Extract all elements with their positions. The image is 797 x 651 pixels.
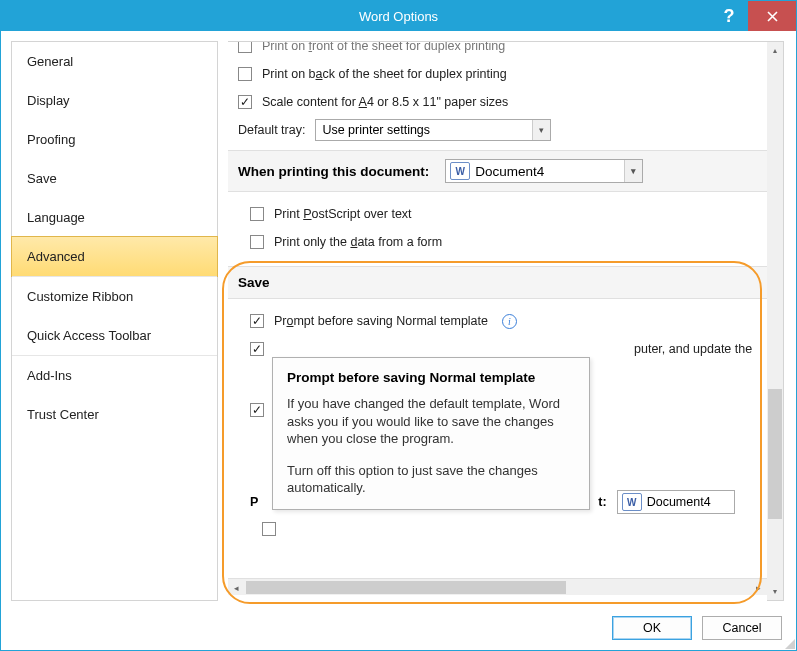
sidebar-item-trust-center[interactable]: Trust Center (12, 395, 217, 434)
default-tray-select[interactable]: Use printer settings ▾ (315, 119, 551, 141)
window-title: Word Options (1, 9, 796, 24)
section-when-printing: When printing this document: W Document4… (228, 150, 767, 192)
tooltip-title: Prompt before saving Normal template (287, 370, 575, 385)
sidebar-item-advanced[interactable]: Advanced (11, 236, 218, 277)
option-row-print-front: Print on front of the sheet for duplex p… (238, 41, 767, 60)
select-value: Document4 (647, 495, 711, 509)
chevron-down-icon: ▾ (532, 120, 550, 140)
checkbox[interactable] (250, 403, 264, 417)
chevron-down-icon: ▾ (624, 160, 642, 182)
button-label: OK (643, 621, 661, 635)
checkbox-print-front[interactable] (238, 41, 252, 53)
word-doc-icon: W (450, 162, 470, 180)
category-sidebar: General Display Proofing Save Language A… (11, 41, 218, 601)
sidebar-item-label: Quick Access Toolbar (27, 328, 151, 343)
option-row-postscript: Print PostScript over text (250, 200, 767, 228)
option-row-default-tray: Default tray: Use printer settings ▾ (238, 116, 767, 144)
help-button[interactable]: ? (710, 1, 748, 31)
scroll-down-button[interactable]: ▾ (767, 583, 783, 600)
scroll-right-button[interactable]: ▸ (750, 579, 767, 595)
checkbox-scale-content[interactable] (238, 95, 252, 109)
ok-button[interactable]: OK (612, 616, 692, 640)
option-label: Print on back of the sheet for duplex pr… (262, 67, 507, 81)
section-body: Print PostScript over text Print only th… (238, 196, 767, 260)
sidebar-item-language[interactable]: Language (12, 198, 217, 237)
word-doc-icon: W (622, 493, 642, 511)
sidebar-item-quick-access-toolbar[interactable]: Quick Access Toolbar (12, 316, 217, 355)
option-label: Print on front of the sheet for duplex p… (262, 41, 505, 53)
sidebar-item-add-ins[interactable]: Add-Ins (12, 356, 217, 395)
sidebar-item-label: Save (27, 171, 57, 186)
word-options-window: Word Options ? General Display Proofing … (0, 0, 797, 651)
close-button[interactable] (748, 1, 796, 31)
checkbox-data-only[interactable] (250, 235, 264, 249)
sidebar-item-customize-ribbon[interactable]: Customize Ribbon (12, 277, 217, 316)
checkbox-prompt-normal[interactable] (250, 314, 264, 328)
sidebar-item-label: Language (27, 210, 85, 225)
titlebar: Word Options ? (1, 1, 796, 31)
select-value: Document4 (475, 164, 618, 179)
tooltip-paragraph: If you have changed the default template… (287, 395, 575, 448)
scroll-up-button[interactable]: ▴ (767, 42, 783, 59)
section-title-start: P (250, 495, 258, 509)
document-select[interactable]: W Document4 ▾ (445, 159, 643, 183)
scroll-thumb[interactable] (768, 389, 782, 519)
sidebar-item-label: Display (27, 93, 70, 108)
option-row-hidden4 (262, 522, 276, 539)
section-title-end: t: (598, 495, 606, 509)
sidebar-item-label: Advanced (27, 249, 85, 264)
horizontal-scrollbar[interactable]: ◂ ▸ (228, 578, 767, 595)
scroll-track[interactable] (767, 59, 783, 583)
section-save: Save (228, 266, 767, 299)
scroll-track[interactable] (245, 579, 750, 595)
tooltip-paragraph: Turn off this option to just save the ch… (287, 462, 575, 497)
scroll-left-button[interactable]: ◂ (228, 579, 245, 595)
sidebar-item-label: Add-Ins (27, 368, 72, 383)
sidebar-item-label: General (27, 54, 73, 69)
option-label-partial: puter, and update the (634, 342, 752, 356)
resize-grip[interactable] (783, 637, 795, 649)
section-title: Save (238, 275, 270, 290)
cancel-button[interactable]: Cancel (702, 616, 782, 640)
option-label: Prompt before saving Normal template (274, 314, 488, 328)
sidebar-item-display[interactable]: Display (12, 81, 217, 120)
dialog-body: General Display Proofing Save Language A… (1, 31, 796, 605)
checkbox[interactable] (262, 522, 276, 536)
dialog-footer: OK Cancel (1, 605, 796, 650)
button-label: Cancel (723, 621, 762, 635)
option-row-scale: Scale content for A4 or 8.5 x 11" paper … (238, 88, 767, 116)
checkbox-postscript[interactable] (250, 207, 264, 221)
option-row-print-back: Print on back of the sheet for duplex pr… (238, 60, 767, 88)
window-controls: ? (710, 1, 796, 31)
option-label: Print PostScript over text (274, 207, 412, 221)
option-label: Scale content for A4 or 8.5 x 11" paper … (262, 95, 508, 109)
option-row-data-only: Print only the data from a form (250, 228, 767, 256)
sidebar-item-save[interactable]: Save (12, 159, 217, 198)
scroll-thumb[interactable] (246, 581, 566, 594)
document-select[interactable]: W Document4 (617, 490, 735, 514)
checkbox-print-back[interactable] (238, 67, 252, 81)
section-title: When printing this document: (238, 164, 429, 179)
sidebar-item-label: Customize Ribbon (27, 289, 133, 304)
info-icon[interactable]: i (502, 314, 517, 329)
checkbox[interactable] (250, 342, 264, 356)
default-tray-label: Default tray: (238, 123, 305, 137)
vertical-scrollbar[interactable]: ▴ ▾ (767, 41, 784, 601)
option-row-prompt-normal: Prompt before saving Normal template i (250, 307, 767, 335)
sidebar-item-general[interactable]: General (12, 42, 217, 81)
sidebar-item-proofing[interactable]: Proofing (12, 120, 217, 159)
sidebar-item-label: Proofing (27, 132, 75, 147)
option-label: Print only the data from a form (274, 235, 442, 249)
close-icon (767, 11, 778, 22)
sidebar-item-label: Trust Center (27, 407, 99, 422)
tooltip: Prompt before saving Normal template If … (272, 357, 590, 510)
select-value: Use printer settings (322, 123, 526, 137)
